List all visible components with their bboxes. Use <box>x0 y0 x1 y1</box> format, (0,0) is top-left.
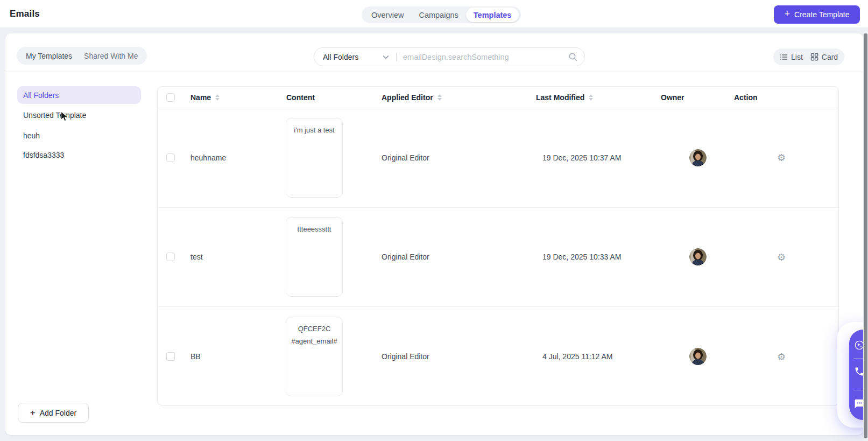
view-card-button[interactable]: Card <box>810 53 838 61</box>
list-icon <box>780 53 788 61</box>
last-modified-value: 19 Dec, 2025 10:33 AM <box>542 253 621 261</box>
view-card-label: Card <box>822 53 838 61</box>
create-template-button[interactable]: + Create Template <box>774 5 860 24</box>
last-modified-value: 4 Jul, 2025 11:12 AM <box>542 352 613 361</box>
templates-table: Name Content Applied Editor Last Modifie… <box>157 86 839 406</box>
sort-last-modified-icon[interactable] <box>589 94 593 101</box>
table-row: heuhname i'm just a test Original Editor… <box>158 108 838 208</box>
applied-editor-value: Original Editor <box>382 253 429 261</box>
template-name: BB <box>190 352 201 361</box>
tab-overview[interactable]: Overview <box>364 8 411 22</box>
toolbar-divider <box>5 72 863 72</box>
template-name: heuhname <box>190 153 226 162</box>
column-header-owner: Owner <box>661 93 684 102</box>
table-row: test ttteeesssttt Original Editor 19 Dec… <box>158 208 838 307</box>
row-checkbox[interactable] <box>166 352 175 361</box>
vertical-scrollbar <box>863 33 868 441</box>
row-checkbox[interactable] <box>166 153 175 162</box>
template-name: test <box>190 253 203 261</box>
column-header-content: Content <box>286 93 315 102</box>
scope-tabs: My Templates Shared With Me <box>17 47 147 65</box>
search-input[interactable] <box>397 53 568 61</box>
emails-templates-page: Emails Overview Campaigns Templates + Cr… <box>0 0 868 441</box>
tab-my-templates[interactable]: My Templates <box>20 52 78 60</box>
table-header-row: Name Content Applied Editor Last Modifie… <box>158 87 838 108</box>
header-nav-tabs: Overview Campaigns Templates <box>362 6 521 23</box>
column-header-applied-editor: Applied Editor <box>382 93 433 102</box>
create-template-label: Create Template <box>794 10 849 19</box>
owner-avatar <box>689 248 707 265</box>
sidebar-item-all-folders[interactable]: All Folders <box>17 86 141 104</box>
folder-filter-dropdown[interactable]: All Folders <box>314 53 396 61</box>
table-row: BB QFCEF2C #agent_email# Original Editor… <box>158 307 838 407</box>
template-content-preview: i'm just a test <box>286 118 343 198</box>
row-checkbox[interactable] <box>166 253 175 261</box>
row-settings-gear-icon[interactable]: ⚙ <box>773 249 789 265</box>
owner-avatar <box>689 348 707 365</box>
grid-icon <box>810 53 818 61</box>
search-icon[interactable] <box>568 52 578 62</box>
view-list-label: List <box>791 53 803 61</box>
applied-editor-value: Original Editor <box>382 352 429 361</box>
tab-templates[interactable]: Templates <box>466 8 519 22</box>
add-folder-button[interactable]: + Add Folder <box>18 403 89 423</box>
sidebar-item-heuh[interactable]: heuh <box>17 127 141 144</box>
folder-filter-value: All Folders <box>323 53 358 61</box>
plus-icon: + <box>785 9 791 19</box>
select-all-checkbox[interactable] <box>166 93 175 102</box>
column-header-name: Name <box>190 93 211 102</box>
owner-avatar <box>689 149 707 166</box>
template-content-preview: QFCEF2C #agent_email# <box>286 317 343 396</box>
sidebar-item-unsorted-template[interactable]: Unsorted Template <box>17 106 141 124</box>
templates-panel: My Templates Shared With Me All Folders … <box>5 33 863 435</box>
plus-icon: + <box>30 408 36 417</box>
applied-editor-value: Original Editor <box>382 153 429 162</box>
sort-name-icon[interactable] <box>215 94 220 101</box>
page-title: Emails <box>10 9 40 19</box>
app-header: Emails Overview Campaigns Templates + Cr… <box>0 0 868 28</box>
tab-campaigns[interactable]: Campaigns <box>411 8 465 22</box>
chevron-down-icon <box>382 54 390 60</box>
scrollbar-thumb[interactable] <box>864 33 867 438</box>
search-bar: All Folders <box>314 47 585 66</box>
tab-shared-with-me[interactable]: Shared With Me <box>78 52 144 60</box>
sidebar-item-fdsfdsa3333[interactable]: fdsfdsa3333 <box>17 146 141 164</box>
column-header-last-modified: Last Modified <box>536 93 584 102</box>
row-settings-gear-icon[interactable]: ⚙ <box>773 348 789 365</box>
template-content-preview: ttteeesssttt <box>286 217 343 297</box>
column-header-action: Action <box>734 93 758 102</box>
view-toggle: List Card <box>773 48 844 65</box>
row-settings-gear-icon[interactable]: ⚙ <box>773 150 789 166</box>
add-folder-label: Add Folder <box>40 409 76 417</box>
last-modified-value: 19 Dec, 2025 10:37 AM <box>542 153 621 162</box>
view-list-button[interactable]: List <box>780 53 803 61</box>
sort-applied-editor-icon[interactable] <box>437 94 442 101</box>
